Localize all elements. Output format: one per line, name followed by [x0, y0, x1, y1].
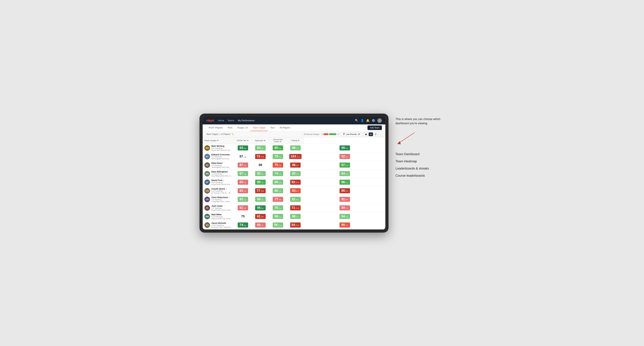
col-putting[interactable]: Putting ▼ — [287, 137, 304, 144]
col-around-green[interactable]: Around the Green ▼ — [269, 137, 287, 144]
nav-link-home[interactable]: Home — [218, 119, 224, 123]
score-box: 91 3▼ — [340, 197, 350, 202]
score-value: 74 — [240, 223, 243, 227]
score-cell-8-1: 61 3▼ — [252, 212, 269, 221]
view-export-button[interactable]: ↓ — [378, 133, 382, 136]
score-box: 82 3▲ — [238, 197, 248, 202]
score-value: 80 — [274, 189, 278, 192]
bell-icon[interactable]: 🔔 — [366, 119, 370, 122]
score-cell-1-3: 103 15▲ — [287, 152, 304, 161]
score-delta: 6▼ — [296, 190, 299, 192]
avatar[interactable]: U — [377, 118, 382, 123]
score-box: 96 3▲ — [340, 180, 350, 185]
score-value: 60 — [257, 197, 260, 201]
annotation-panel: This is where you can choose which dashb… — [396, 114, 444, 177]
score-delta: 15▲ — [296, 156, 300, 158]
table-row[interactable]: EE Elliot Ebert 1-5 Handicap Sunningdale… — [203, 161, 385, 169]
sub-nav-hcaps[interactable]: Hcaps 1-5 — [235, 125, 250, 131]
table-row[interactable]: BM Blair McHarg Plus Handicap Royal Nort… — [203, 144, 385, 152]
team-name: Team Clippd — [206, 133, 218, 135]
settings-icon[interactable]: ⚙️ — [372, 119, 375, 122]
score-value: 86 — [342, 189, 345, 192]
score-cell-9-1: 60 1▼ — [252, 221, 269, 229]
score-box: 88 2▼ — [290, 214, 301, 219]
sub-nav-tour[interactable]: Tour — [268, 125, 277, 131]
score-value: 86 — [292, 163, 296, 167]
table-row[interactable]: DF David Ford ✓ Plus Handicap Royal Nort… — [203, 178, 385, 186]
menu-item-0: Team Dashboard — [396, 152, 444, 156]
score-delta: 3▼ — [261, 216, 264, 218]
score-delta: 1▲ — [346, 173, 348, 175]
score-box: 58 10▲ — [273, 222, 283, 227]
nav-link-my-performance[interactable]: My Performance — [238, 119, 254, 123]
score-value: 83 — [292, 180, 295, 184]
score-delta: 4▲ — [296, 199, 299, 201]
change-positive: +5 — [337, 133, 339, 135]
score-value: 81 — [292, 197, 296, 201]
sub-nav-pga[interactable]: PGA — [225, 125, 235, 131]
last-rounds-button[interactable]: 📅 Last Rounds: 20 — [341, 133, 362, 136]
nav-link-teams[interactable]: Teams — [228, 119, 234, 123]
user-icon[interactable]: 👤 — [360, 119, 364, 122]
player-info: Matt Miller 6-10 Handicap Woburn Golf Cl… — [212, 213, 232, 220]
sub-nav-team-clippd[interactable]: Team Clippd — [250, 125, 268, 131]
player-avatar: EE — [204, 162, 210, 168]
score-cell-4-1: 89 7▲ — [252, 178, 269, 186]
search-icon[interactable]: 🔍 — [355, 119, 358, 122]
score-cell-4-4: 96 3▲ — [304, 178, 385, 186]
score-box: 83 6▼ — [290, 188, 301, 193]
add-team-button[interactable]: Add Team — [368, 126, 382, 130]
score-cell-0-1: 84 6▲ — [252, 144, 269, 152]
last-rounds-icon: 📅 — [343, 133, 345, 135]
score-value: 58 — [274, 223, 278, 227]
table-row[interactable]: EC Edward Crossman 1-5 Handicap Sunningd… — [203, 152, 385, 161]
sub-nav-pgat[interactable]: PGAT Players — [206, 125, 225, 131]
player-handicap: 1-5 Handicap — [212, 165, 232, 166]
score-value: 83 — [292, 189, 296, 192]
view-table-button[interactable]: ▤ — [369, 133, 373, 136]
player-info: Edward Crossman 1-5 Handicap Sunningdale… — [212, 154, 232, 160]
score-cell-1-2: 79 9▲ — [269, 152, 287, 161]
player-club: Royal North Devon Golf Club, United King… — [212, 209, 232, 211]
player-cell-8: MM Matt Miller 6-10 Handicap Woburn Golf… — [203, 212, 234, 221]
table-row[interactable]: AN Aaron Nicholls 11-15 Handicap Drift G… — [203, 221, 385, 229]
table-row[interactable]: MM Matt Miller 6-10 Handicap Woburn Golf… — [203, 212, 385, 221]
player-avatar: JC — [204, 205, 210, 211]
score-value: 93 — [240, 146, 243, 150]
table-row[interactable]: CR Chris Robertson ✓ 1-5 Handicap Craigm… — [203, 195, 385, 204]
score-box: 95 9▲ — [340, 145, 350, 151]
player-avatar: CR — [204, 197, 210, 202]
table-row[interactable]: JC Josh Coles 1-5 Handicap Royal North D… — [203, 204, 385, 212]
edit-icon[interactable]: ✏️ — [232, 133, 234, 135]
score-value: 71 — [292, 206, 295, 210]
score-cell-0-2: 85 8▲ — [269, 144, 287, 152]
score-value: 77 — [274, 197, 278, 201]
player-info: Blair McHarg Plus Handicap Royal North D… — [212, 145, 232, 151]
sub-nav-all-players[interactable]: All Players — [277, 125, 292, 131]
score-delta: 9▲ — [244, 147, 246, 149]
svg-line-0 — [399, 133, 415, 143]
score-cell-6-2: 77 3▼ — [269, 195, 287, 204]
score-box: 93 9▲ — [238, 145, 248, 151]
score-cell-4-2: 80 3▲ — [269, 178, 287, 186]
score-value: 87 — [240, 163, 243, 167]
score-box: 80 3▲ — [273, 180, 283, 185]
score-cell-4-3: 83 10▼ — [287, 178, 304, 186]
col-approach[interactable]: Approach ▼ — [252, 137, 269, 144]
score-box: 95 8▲ — [255, 205, 266, 210]
view-list-button[interactable]: ☰ — [374, 133, 378, 136]
col-off-tee[interactable]: Off the Tee ▼ — [234, 137, 252, 144]
score-cell-2-3: 86 6▼ — [287, 161, 304, 169]
score-delta: 3▲ — [278, 181, 281, 183]
view-grid-button[interactable]: ▦ — [364, 133, 368, 136]
score-box: 94 3▲ — [340, 214, 350, 219]
table-row[interactable]: DB Dave Billingham 1-5 Handicap Gog Mago… — [203, 169, 385, 178]
score-delta: 1▼ — [296, 147, 299, 149]
score-cell-8-3: 88 2▼ — [287, 212, 304, 221]
player-avatar: MM — [204, 214, 210, 219]
score-cell-3-2: 74 1▲ — [269, 169, 287, 178]
table-row[interactable]: CQ Charlie Quick ✓ 6-10 Handicap St. Geo… — [203, 186, 385, 195]
last-rounds-value: 20 — [358, 133, 360, 135]
player-club: Royal North Devon Golf Club, United King… — [212, 149, 232, 151]
player-name: Chris Robertson ✓ — [212, 196, 232, 199]
